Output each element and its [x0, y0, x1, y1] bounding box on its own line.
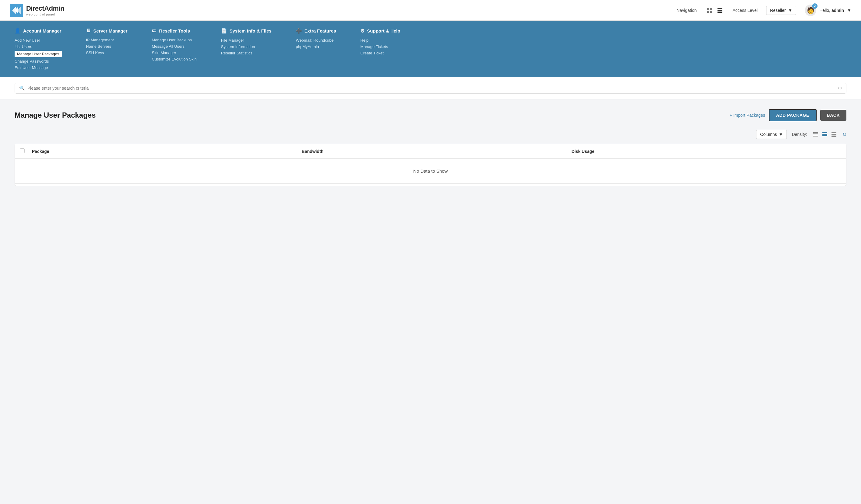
columns-dropdown[interactable]: Columns ▼: [756, 130, 787, 139]
table-footer: [15, 183, 846, 186]
user-area[interactable]: 🧑 2 Hello, admin ▼: [805, 4, 851, 16]
import-packages-link[interactable]: + Import Packages: [730, 113, 765, 118]
density-comfortable-icon[interactable]: [830, 131, 837, 138]
nav-links-account-manager: Add New UserList UsersManage User Packag…: [15, 38, 62, 70]
nav-link[interactable]: Reseller Statistics: [221, 51, 272, 55]
nav-link[interactable]: Customize Evolution Skin: [152, 57, 196, 62]
density-medium-icon[interactable]: [821, 131, 829, 138]
nav-section-icon: 🖥: [86, 28, 91, 33]
nav-section-label: Server Manager: [93, 28, 128, 33]
nav-link[interactable]: Add New User: [15, 38, 62, 43]
add-package-button[interactable]: ADD PACKAGE: [769, 109, 817, 121]
nav-link[interactable]: SSH Keys: [86, 51, 128, 55]
svg-rect-20: [832, 136, 836, 137]
access-level-value: Reseller: [770, 8, 785, 13]
density-label: Density:: [792, 132, 807, 137]
nav-link[interactable]: Message All Users: [152, 44, 196, 49]
nav-link[interactable]: File Manager: [221, 38, 272, 43]
nav-section-account-manager: 👤Account ManagerAdd New UserList UsersMa…: [15, 28, 62, 70]
logo-subtitle: web control panel: [26, 12, 64, 16]
svg-rect-7: [710, 11, 712, 13]
logo-icon: [10, 4, 23, 17]
nav-bar: 👤Account ManagerAdd New UserList UsersMa…: [0, 21, 861, 77]
refresh-icon[interactable]: ↻: [843, 132, 846, 137]
nav-link[interactable]: Name Servers: [86, 44, 128, 49]
nav-link[interactable]: Webmail: Roundcube: [296, 38, 336, 43]
column-disk-usage: Disk Usage: [572, 149, 841, 154]
nav-section-label: Reseller Tools: [159, 28, 190, 33]
nav-section-label: Account Manager: [23, 28, 62, 33]
nav-link[interactable]: Create Ticket: [360, 51, 400, 55]
nav-section-reseller-tools: 🗂Reseller ToolsManage User BackupsMessag…: [152, 28, 196, 70]
column-package: Package: [32, 149, 302, 154]
svg-rect-6: [707, 11, 709, 13]
svg-rect-4: [707, 8, 709, 10]
search-box: 🔍 ⚙: [15, 83, 846, 94]
table-controls: Columns ▼ Density: ↻: [15, 130, 846, 139]
page-actions: + Import Packages ADD PACKAGE BACK: [730, 109, 846, 121]
nav-section-system-info: 📄System Info & FilesFile ManagerSystem I…: [221, 28, 272, 70]
nav-links-support-help: HelpManage TicketsCreate Ticket: [360, 38, 400, 55]
svg-rect-8: [718, 8, 722, 9]
nav-section-support-help: ⚙Support & HelpHelpManage TicketsCreate …: [360, 28, 400, 70]
column-bandwidth: Bandwidth: [302, 149, 571, 154]
nav-section-icon: ➕: [296, 28, 302, 34]
navigation-label: Navigation: [676, 8, 697, 13]
table-header: Package Bandwidth Disk Usage: [15, 144, 846, 159]
access-level-label: Access Level: [733, 8, 757, 13]
nav-section-label: Extra Features: [304, 28, 336, 33]
notification-badge: 2: [812, 3, 818, 9]
nav-section-icon: ⚙: [360, 28, 365, 34]
logo[interactable]: DirectAdmin web control panel: [10, 4, 64, 17]
list-view-icon[interactable]: [716, 6, 724, 15]
density-icons: [812, 131, 837, 138]
nav-links-server-manager: IP ManagementName ServersSSH Keys: [86, 38, 128, 55]
no-data-message: No Data to Show: [413, 168, 448, 174]
svg-rect-13: [813, 135, 818, 135]
grid-view-icon[interactable]: [705, 6, 714, 15]
svg-rect-19: [832, 134, 836, 135]
dropdown-chevron-icon: ▼: [788, 8, 792, 13]
header: DirectAdmin web control panel Navigation…: [0, 0, 861, 21]
columns-label: Columns: [760, 132, 777, 137]
nav-section-server-manager: 🖥Server ManagerIP ManagementName Servers…: [86, 28, 128, 70]
page-title: Manage User Packages: [15, 111, 96, 120]
nav-link[interactable]: Skin Manager: [152, 51, 196, 55]
nav-link[interactable]: Manage Tickets: [360, 44, 400, 49]
page-header: Manage User Packages + Import Packages A…: [15, 109, 846, 121]
nav-section-extra-features: ➕Extra FeaturesWebmail: RoundcubephpMyAd…: [296, 28, 336, 70]
nav-section-title-support-help: ⚙Support & Help: [360, 28, 400, 34]
select-all-checkbox[interactable]: [20, 148, 32, 154]
access-level-dropdown[interactable]: Reseller ▼: [766, 6, 796, 15]
nav-section-icon: 👤: [15, 28, 21, 34]
density-compact-icon[interactable]: [812, 131, 819, 138]
nav-link[interactable]: Help: [360, 38, 400, 43]
nav-section-icon: 🗂: [152, 28, 156, 33]
hello-text: Hello, admin: [819, 8, 844, 13]
header-right: Navigation Access Level Reseller ▼ 🧑 2 H…: [676, 4, 851, 16]
svg-rect-9: [718, 10, 722, 11]
nav-link[interactable]: List Users: [15, 44, 62, 49]
nav-link[interactable]: Edit User Message: [15, 65, 62, 70]
nav-link[interactable]: phpMyAdmin: [296, 44, 336, 49]
nav-links-reseller-tools: Manage User BackupsMessage All UsersSkin…: [152, 38, 196, 62]
back-button[interactable]: BACK: [820, 110, 846, 121]
nav-link[interactable]: Manage User Packages: [15, 51, 62, 57]
nav-links-system-info: File ManagerSystem InformationReseller S…: [221, 38, 272, 55]
user-avatar-wrap: 🧑 2: [805, 4, 816, 16]
main-content: Manage User Packages + Import Packages A…: [0, 99, 861, 504]
nav-section-title-system-info: 📄System Info & Files: [221, 28, 272, 34]
nav-link[interactable]: IP Management: [86, 38, 128, 42]
svg-rect-16: [822, 134, 827, 135]
search-input[interactable]: [27, 86, 835, 91]
nav-section-label: System Info & Files: [230, 28, 272, 33]
logo-title: DirectAdmin: [26, 4, 64, 12]
svg-rect-18: [832, 132, 836, 133]
nav-link[interactable]: System Information: [221, 44, 272, 49]
search-settings-icon[interactable]: ⚙: [838, 85, 842, 91]
packages-table: Package Bandwidth Disk Usage No Data to …: [15, 144, 846, 186]
nav-link[interactable]: Manage User Backups: [152, 38, 196, 42]
nav-section-icon: 📄: [221, 28, 227, 34]
nav-link[interactable]: Change Passwords: [15, 59, 62, 64]
nav-section-title-server-manager: 🖥Server Manager: [86, 28, 128, 33]
